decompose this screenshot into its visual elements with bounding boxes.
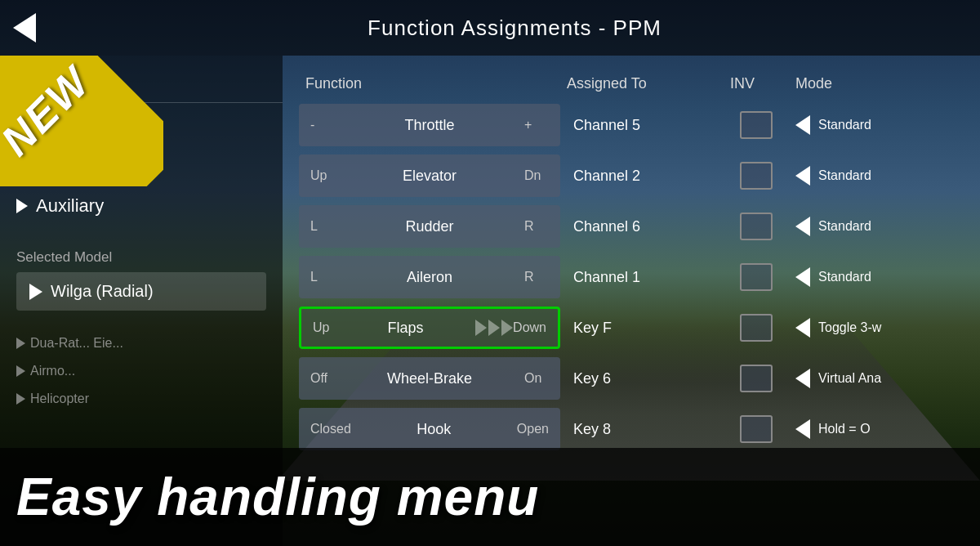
function-cell-rudder[interactable]: L Rudder R [299,205,560,248]
sidebar-item-advanced[interactable]: Advanced [0,145,283,186]
function-cell-flaps[interactable]: Up Flaps Down [299,307,560,349]
inv-checkbox[interactable] [740,213,773,240]
mode-arrow-icon[interactable] [795,166,810,186]
table-row: Up Elevator Dn Channel 2 Standard [299,153,964,199]
function-name-aileron: Aileron [335,269,524,286]
bottom-caption: Easy handling menu [16,467,539,527]
function-cell-hook[interactable]: Closed Hook Open [299,408,560,450]
sub-items-list: Dua-Rat... Eie... Airmo... Helicopter [0,329,283,413]
function-right-flaps: Down [513,320,546,335]
mode-arrow-icon[interactable] [795,217,810,236]
mode-aileron: Standard [789,256,964,298]
header-bar: Function Assignments - PPM [0,0,980,56]
function-left-wheelbrake: Off [310,371,335,386]
bottom-overlay: Easy handling menu [0,448,980,546]
col-header-inv: INV [724,72,789,96]
selected-model-label: Selected Model [16,249,266,266]
list-item[interactable]: Helicopter [8,385,274,413]
mode-arrow-icon[interactable] [795,267,810,287]
function-name-wheelbrake: Wheel-Brake [335,370,524,387]
function-cell-aileron[interactable]: L Aileron R [299,256,560,298]
sidebar-item-general[interactable]: neral [0,106,283,145]
function-right-rudder: R [524,219,549,234]
general-label: neral [16,116,52,135]
mode-text-rudder: Standard [818,219,871,234]
sub-play-icon [16,338,25,349]
table-body: - Throttle + Channel 5 Standard Up Eleva… [299,102,964,452]
mode-arrow-icon[interactable] [795,318,810,338]
separator [0,102,283,103]
mode-wheelbrake: Virtual Ana [789,357,964,400]
sub-item-label: Helicopter [30,392,89,406]
mode-flaps: Toggle 3-w [789,307,964,349]
mode-arrow-icon[interactable] [795,419,810,439]
chevron-icon [475,320,487,336]
function-name-hook: Hook [351,421,517,438]
sidebar-assign-label: Assign [0,64,283,99]
inv-checkbox[interactable] [740,162,773,190]
function-right-throttle: + [524,118,549,132]
inv-throttle[interactable] [724,104,789,146]
mode-hook: Hold = O [789,408,964,450]
function-right-aileron: R [524,270,549,284]
model-name: Wilga (Radial) [51,282,154,301]
inv-aileron[interactable] [724,256,789,298]
inv-checkbox[interactable] [740,415,773,443]
mode-throttle: Standard [789,104,964,146]
inv-elevator[interactable] [724,154,789,197]
mode-elevator: Standard [789,154,964,197]
table-row: Closed Hook Open Key 8 Hold = O [299,406,964,452]
page-title: Function Assignments - PPM [49,16,980,41]
assigned-rudder: Channel 6 [560,215,724,239]
back-button[interactable] [0,0,49,56]
table-row: L Rudder R Channel 6 Standard [299,204,964,249]
mode-arrow-icon[interactable] [795,115,810,135]
sub-play-icon [16,393,25,405]
back-icon [13,13,36,43]
inv-checkbox[interactable] [740,263,773,291]
chevron-icon [501,320,513,336]
function-table: Function Assigned To INV Mode - Throttle… [299,72,964,452]
mode-text-flaps: Toggle 3-w [818,320,881,335]
mode-rudder: Standard [789,205,964,248]
function-cell-wheelbrake[interactable]: Off Wheel-Brake On [299,357,560,400]
sub-item-label: Dua-Rat... Eie... [30,336,123,351]
function-right-elevator: Dn [524,168,549,183]
mode-text-aileron: Standard [818,270,871,284]
sidebar-item-auxiliary[interactable]: Auxiliary [0,186,283,226]
function-name-throttle: Throttle [335,117,524,134]
inv-flaps[interactable] [724,307,789,349]
function-left-hook: Closed [310,422,351,436]
inv-hook[interactable] [724,408,789,450]
inv-checkbox[interactable] [740,314,773,342]
selected-model-section: Selected Model Wilga (Radial) [0,243,283,317]
list-item[interactable]: Dua-Rat... Eie... [8,329,274,357]
inv-checkbox[interactable] [740,111,773,139]
function-cell-elevator[interactable]: Up Elevator Dn [299,154,560,197]
assigned-flaps: Key F [560,316,724,340]
function-left-aileron: L [310,270,335,284]
sub-play-icon [16,365,25,377]
function-cell-throttle[interactable]: - Throttle + [299,104,560,146]
assigned-elevator: Channel 2 [560,164,724,188]
function-name-rudder: Rudder [335,218,524,235]
mode-text-wheelbrake: Virtual Ana [818,371,881,386]
model-play-icon [29,284,42,300]
function-left-flaps: Up [313,320,337,335]
flaps-arrows: Flaps [337,320,513,337]
function-name-elevator: Elevator [335,168,524,185]
assigned-hook: Key 8 [560,418,724,441]
table-row: - Throttle + Channel 5 Standard [299,102,964,148]
table-row: L Aileron R Channel 1 Standard [299,254,964,300]
inv-rudder[interactable] [724,205,789,248]
function-left-rudder: L [310,219,335,234]
mode-text-elevator: Standard [818,168,871,183]
inv-wheelbrake[interactable] [724,357,789,400]
mode-arrow-icon[interactable] [795,369,810,388]
list-item[interactable]: Airmo... [8,357,274,385]
table-header: Function Assigned To INV Mode [299,72,964,102]
inv-checkbox[interactable] [740,365,773,392]
model-item[interactable]: Wilga (Radial) [16,272,266,311]
assigned-aileron: Channel 1 [560,266,724,289]
function-name-flaps: Flaps [337,320,474,337]
